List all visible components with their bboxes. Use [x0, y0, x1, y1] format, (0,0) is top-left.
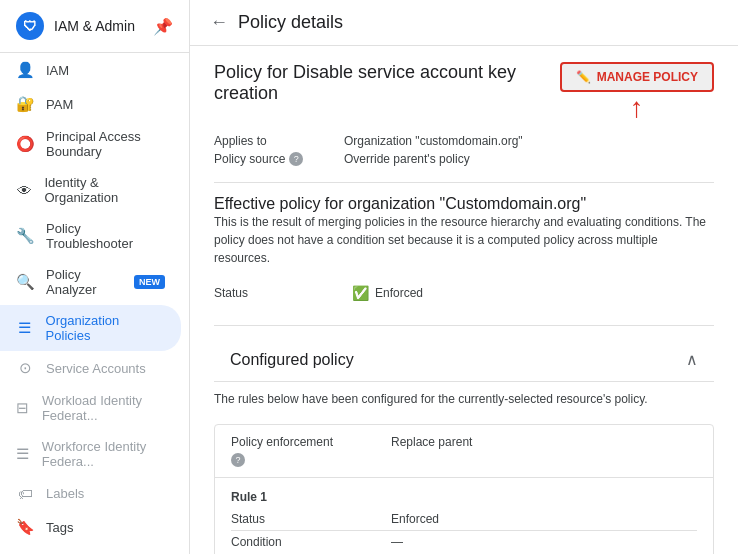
applies-to-label: Applies to	[214, 134, 344, 148]
chevron-up-icon[interactable]: ∧	[686, 350, 698, 369]
policy-source-help-icon[interactable]: ?	[289, 152, 303, 166]
pin-icon[interactable]: 📌	[153, 17, 173, 36]
edit-icon: ✏️	[576, 70, 591, 84]
meta-table: Applies to Organization "customdomain.or…	[214, 134, 714, 166]
iam-icon: 👤	[16, 61, 34, 79]
main-header: ← Policy details	[190, 0, 738, 46]
rule-label: Rule 1	[231, 482, 697, 508]
sidebar-item-label: Service Accounts	[46, 361, 146, 376]
sidebar-item-label: Labels	[46, 486, 84, 501]
configured-policy-section: Configured policy ∧ The rules below have…	[214, 338, 714, 554]
sidebar-item-label: Workload Identity Federat...	[42, 393, 165, 423]
back-button[interactable]: ←	[210, 12, 228, 33]
policy-name: Policy for Disable service account key c…	[214, 62, 560, 104]
enforcement-help-icon[interactable]: ?	[231, 453, 245, 467]
configured-policy-table: Policy enforcement ? Replace parent Rule…	[214, 424, 714, 554]
rule-table: Status Enforced Condition —	[231, 508, 697, 553]
main-content: ← Policy details Policy for Disable serv…	[190, 0, 738, 554]
sidebar-item-policy-analyzer[interactable]: 🔍 Policy Analyzer NEW	[0, 259, 181, 305]
labels-icon: 🏷	[16, 485, 34, 502]
policy-source-label: Policy source ?	[214, 152, 344, 166]
rule-section: Rule 1 Status Enforced Condition —	[215, 478, 713, 554]
service-accounts-icon: ⊙	[16, 359, 34, 377]
effective-section-desc: This is the result of merging policies i…	[214, 213, 714, 267]
sidebar-item-workload-identity: ⊟ Workload Identity Federat...	[0, 385, 181, 431]
sidebar-item-label: Policy Troubleshooter	[46, 221, 165, 251]
policy-source-value: Override parent's policy	[344, 152, 470, 166]
sidebar-item-label: PAM	[46, 97, 73, 112]
sidebar-item-policy-troubleshooter[interactable]: 🔧 Policy Troubleshooter	[0, 213, 181, 259]
applies-to-value: Organization "customdomain.org"	[344, 134, 523, 148]
sidebar-item-label: Principal Access Boundary	[46, 129, 165, 159]
configured-title: Configured policy	[230, 351, 354, 369]
status-text: Enforced	[375, 286, 423, 300]
sidebar-item-tags[interactable]: 🔖 Tags	[0, 510, 181, 544]
workforce-identity-icon: ☰	[16, 445, 30, 463]
arrow-up-icon: ↑	[630, 94, 644, 122]
sidebar-item-label: Tags	[46, 520, 73, 535]
configured-desc: The rules below have been configured for…	[214, 382, 714, 414]
sidebar-item-settings[interactable]: ⚙ Settings	[0, 544, 181, 554]
divider-2	[214, 325, 714, 326]
sidebar-item-org-policies[interactable]: ☰ Organization Policies	[0, 305, 181, 351]
sidebar-item-workforce-identity: ☰ Workforce Identity Federa...	[0, 431, 181, 477]
sidebar-item-labels: 🏷 Labels	[0, 477, 181, 510]
pam-icon: 🔐	[16, 95, 34, 113]
tags-icon: 🔖	[16, 518, 34, 536]
sidebar-item-identity-org[interactable]: 👁 Identity & Organization	[0, 167, 181, 213]
sidebar-item-label: Organization Policies	[46, 313, 165, 343]
status-value: ✅ Enforced	[352, 285, 423, 301]
divider-1	[214, 182, 714, 183]
content-area: Policy for Disable service account key c…	[190, 46, 738, 554]
effective-section-title: Effective policy for organization "Custo…	[214, 195, 714, 213]
manage-policy-button[interactable]: ✏️ MANAGE POLICY	[560, 62, 714, 92]
policy-analyzer-icon: 🔍	[16, 273, 34, 291]
page-title: Policy details	[238, 12, 343, 33]
rule-condition-row: Condition —	[231, 531, 697, 554]
status-row: Status ✅ Enforced	[214, 277, 714, 309]
manage-policy-label: MANAGE POLICY	[597, 70, 698, 84]
policy-source-row: Policy source ? Override parent's policy	[214, 152, 714, 166]
check-icon: ✅	[352, 285, 369, 301]
status-label: Status	[214, 286, 344, 300]
sidebar-item-label: Identity & Organization	[44, 175, 165, 205]
policy-enforcement-value: Replace parent	[391, 435, 472, 449]
rule-status-label: Status	[231, 508, 391, 531]
rule-condition-label: Condition	[231, 531, 391, 554]
rule-status-value: Enforced	[391, 508, 697, 531]
rule-status-row: Status Enforced	[231, 508, 697, 531]
identity-org-icon: 👁	[16, 182, 32, 199]
effective-policy-section: Effective policy for organization "Custo…	[214, 195, 714, 309]
new-badge: NEW	[134, 275, 165, 289]
policy-title-row: Policy for Disable service account key c…	[214, 62, 714, 122]
sidebar-item-iam[interactable]: 👤 IAM	[0, 53, 181, 87]
sidebar-item-pam[interactable]: 🔐 PAM	[0, 87, 181, 121]
policy-enforcement-row: Policy enforcement ? Replace parent	[215, 425, 713, 478]
sidebar: 🛡 IAM & Admin 📌 👤 IAM 🔐 PAM ⭕ Principal …	[0, 0, 190, 554]
policy-enforcement-label: Policy enforcement	[231, 435, 391, 449]
policy-troubleshooter-icon: 🔧	[16, 227, 34, 245]
sidebar-header: 🛡 IAM & Admin 📌	[0, 0, 189, 53]
applies-to-row: Applies to Organization "customdomain.or…	[214, 134, 714, 148]
org-policies-icon: ☰	[16, 319, 34, 337]
sidebar-item-label: IAM	[46, 63, 69, 78]
sidebar-item-label: Workforce Identity Federa...	[42, 439, 165, 469]
rule-condition-value: —	[391, 531, 697, 554]
workload-identity-icon: ⊟	[16, 399, 30, 417]
iam-admin-icon: 🛡	[16, 12, 44, 40]
configured-section-header: Configured policy ∧	[214, 338, 714, 382]
principal-access-icon: ⭕	[16, 135, 34, 153]
sidebar-item-principal-access[interactable]: ⭕ Principal Access Boundary	[0, 121, 181, 167]
sidebar-title: IAM & Admin	[54, 18, 143, 34]
sidebar-item-service-accounts: ⊙ Service Accounts	[0, 351, 181, 385]
sidebar-item-label: Policy Analyzer	[46, 267, 118, 297]
